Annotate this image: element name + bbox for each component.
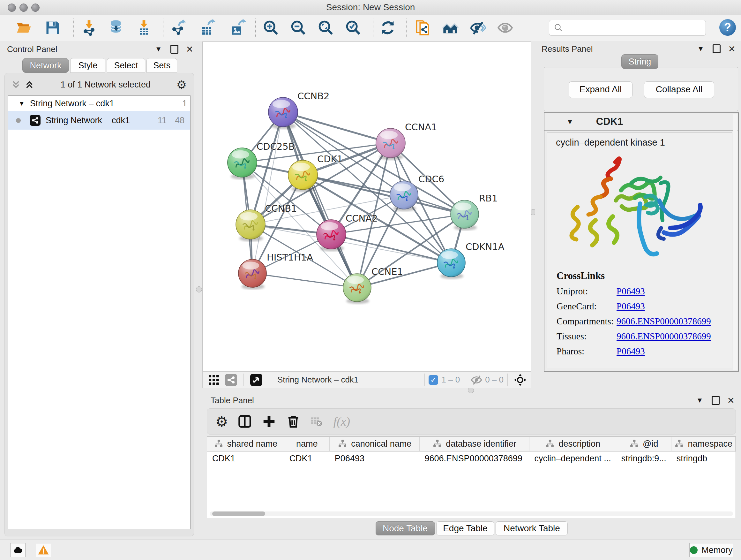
search-input[interactable] <box>566 21 705 35</box>
tab-string-results[interactable]: String <box>621 54 658 69</box>
crosslink-value-link[interactable]: P06493 <box>616 346 645 357</box>
control-panel-collapse-icon[interactable]: ▼ <box>155 45 162 53</box>
table-panel-close-icon[interactable]: ✕ <box>727 395 735 406</box>
table-cell[interactable]: 9606.ENSP00000378699 <box>420 451 529 465</box>
table-cell[interactable]: cyclin–dependent ... <box>529 451 616 465</box>
tab-sets[interactable]: Sets <box>146 58 177 73</box>
results-panel: Results Panel ▼ ✕ String Expand All Coll… <box>535 41 741 388</box>
tab-style[interactable]: Style <box>70 58 105 73</box>
export-network-button[interactable] <box>170 19 187 37</box>
network-node-CCNA1[interactable] <box>376 128 405 160</box>
table-panel-float-icon[interactable] <box>712 396 720 405</box>
table-options-gear-icon[interactable]: ⚙ <box>215 414 228 430</box>
detach-view-icon[interactable] <box>250 374 262 386</box>
results-panel-collapse-icon[interactable]: ▼ <box>697 45 704 53</box>
hide-graphics-details-button[interactable] <box>469 19 486 37</box>
network-row-selected[interactable]: String Network – cdk1 11 48 <box>8 111 190 130</box>
gene-collapse-icon[interactable]: ▼ <box>566 117 574 126</box>
import-network-from-database-button[interactable] <box>107 19 125 37</box>
delete-column-trash-icon[interactable] <box>286 414 300 429</box>
column-header-shared-name[interactable]: shared name <box>207 437 284 451</box>
table-horizontal-scrollbar[interactable] <box>210 511 733 516</box>
crosslink-row: GeneCard:P06493 <box>556 301 711 312</box>
tab-select[interactable]: Select <box>107 58 145 73</box>
selected-checkbox-icon[interactable]: ✓ <box>428 375 438 385</box>
open-session-button[interactable] <box>15 19 32 37</box>
export-table-button[interactable] <box>199 19 216 37</box>
show-graphics-details-button[interactable] <box>496 19 514 37</box>
show-columns-icon[interactable] <box>238 414 252 429</box>
control-panel-float-icon[interactable] <box>171 45 179 54</box>
crosslink-value-link[interactable]: 9606.ENSP00000378699 <box>616 316 711 327</box>
network-list-options-gear-icon[interactable]: ⚙ <box>177 78 187 91</box>
zoom-out-button[interactable] <box>290 19 307 37</box>
tree-expander-icon[interactable]: ▼ <box>18 100 25 107</box>
import-network-from-file-button[interactable] <box>80 19 98 37</box>
network-canvas[interactable]: CCNB2CCNA1CDC25BCDK1CDC6RB1CCNB1CCNA2HIS… <box>202 42 531 372</box>
network-edge[interactable] <box>331 234 451 263</box>
expand-all-button[interactable]: Expand All <box>569 81 632 98</box>
zoom-selected-button[interactable] <box>345 19 362 37</box>
create-column-plus-icon[interactable] <box>262 414 276 429</box>
network-node-CCNE1[interactable] <box>343 273 371 304</box>
column-header--id[interactable]: @id <box>616 437 671 451</box>
warning-status-button[interactable] <box>36 543 51 557</box>
cloud-status-button[interactable] <box>10 543 25 557</box>
grid-mode-icon[interactable] <box>208 374 220 386</box>
hidden-eye-icon[interactable] <box>470 374 482 386</box>
network-node-RB1[interactable] <box>451 200 479 231</box>
results-panel-close-icon[interactable]: ✕ <box>728 44 736 54</box>
results-panel-float-icon[interactable] <box>713 44 721 53</box>
column-header-description[interactable]: description <box>529 437 616 451</box>
tab-node-table[interactable]: Node Table <box>376 521 435 536</box>
network-node-CCNA2[interactable] <box>317 220 346 251</box>
export-image-button[interactable] <box>229 19 246 37</box>
network-collection-row[interactable]: ▼ String Network – cdk1 1 <box>8 96 190 111</box>
network-edge[interactable] <box>283 112 391 143</box>
column-header-name[interactable]: name <box>284 437 330 451</box>
network-node-CDC25B[interactable] <box>227 148 257 179</box>
network-node-CDKN1A[interactable] <box>437 249 465 279</box>
network-badge-icon[interactable] <box>225 374 237 386</box>
column-header-namespace[interactable]: namespace <box>671 437 736 451</box>
crosslink-value-link[interactable]: 9606.ENSP00000378699 <box>616 331 711 341</box>
string-documents-button[interactable] <box>414 19 431 37</box>
left-splitter-handle[interactable] <box>196 287 202 293</box>
search-field[interactable] <box>549 20 706 36</box>
crosslink-value-link[interactable]: P06493 <box>616 301 645 312</box>
collapse-all-icon[interactable] <box>10 79 21 90</box>
import-table-from-file-button[interactable] <box>135 19 152 37</box>
crosslink-value-link[interactable]: P06493 <box>616 286 645 297</box>
gene-header[interactable]: ▼ CDK1 <box>544 113 738 131</box>
tab-network-table[interactable]: Network Table <box>495 521 568 536</box>
tab-edge-table[interactable]: Edge Table <box>436 521 494 536</box>
column-header-canonical-name[interactable]: canonical name <box>330 437 420 451</box>
column-header-database-identifier[interactable]: database identifier <box>420 437 529 451</box>
memory-button[interactable]: Memory <box>689 543 733 557</box>
refresh-button[interactable] <box>379 19 396 37</box>
birds-eye-crosshair-icon[interactable] <box>514 374 526 386</box>
table-row[interactable]: CDK1CDK1P064939606.ENSP00000378699cyclin… <box>207 451 736 465</box>
collapse-all-button[interactable]: Collapse All <box>644 81 714 98</box>
help-button[interactable]: ? <box>719 19 736 36</box>
table-cell[interactable]: P06493 <box>330 451 420 465</box>
network-node-CDC6[interactable] <box>390 181 418 211</box>
zoom-in-button[interactable] <box>262 19 280 37</box>
column-source-icon <box>432 439 442 449</box>
network-edge[interactable] <box>253 112 283 273</box>
control-panel-close-icon[interactable]: ✕ <box>186 44 193 55</box>
tab-network[interactable]: Network <box>22 58 69 73</box>
network-node-CCNB1[interactable] <box>236 210 265 241</box>
table-cell[interactable]: CDK1 <box>284 451 330 465</box>
table-cell[interactable]: stringdb <box>671 451 736 465</box>
zoom-fit-button[interactable] <box>317 19 334 37</box>
expand-all-icon[interactable] <box>24 79 35 90</box>
network-node-HIST1H1A[interactable] <box>239 259 266 290</box>
table-panel-collapse-icon[interactable]: ▼ <box>696 396 703 405</box>
network-edge[interactable] <box>253 273 357 288</box>
string-home-button[interactable] <box>442 19 459 37</box>
table-cell[interactable]: CDK1 <box>207 451 284 465</box>
results-scrollbar[interactable] <box>733 114 738 370</box>
table-cell[interactable]: stringdb:9... <box>616 451 671 465</box>
save-session-button[interactable] <box>44 19 61 37</box>
